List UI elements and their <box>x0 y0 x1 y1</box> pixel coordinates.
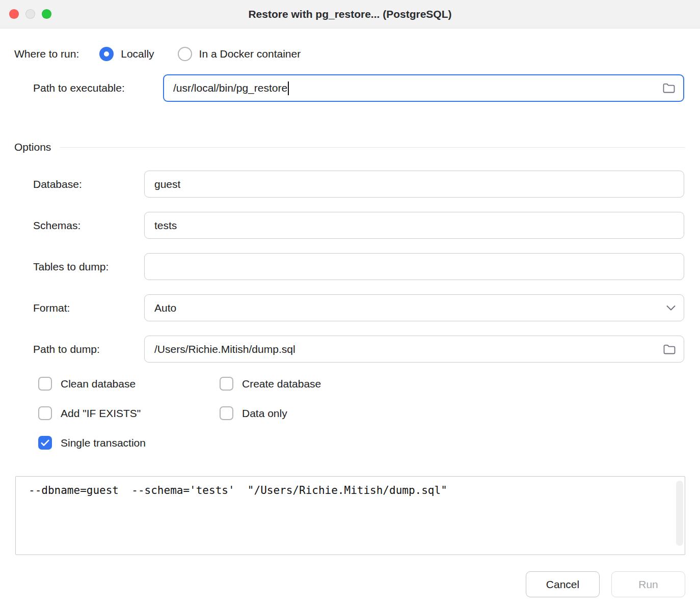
database-label: Database: <box>33 178 144 190</box>
titlebar: Restore with pg_restore... (PostgreSQL) <box>0 0 700 29</box>
path-to-executable-input[interactable]: /usr/local/bin/pg_restore <box>163 74 684 102</box>
schemas-input[interactable]: tests <box>144 212 684 239</box>
radio-label-docker: In a Docker container <box>199 48 301 60</box>
checkbox-icon <box>38 377 52 391</box>
database-input[interactable]: guest <box>144 171 684 198</box>
dialog-footer: Cancel Run <box>526 571 685 597</box>
vertical-scrollbar[interactable] <box>675 480 683 551</box>
checkbox-label: Create database <box>242 378 321 390</box>
folder-browse-icon[interactable] <box>663 344 676 354</box>
options-fields: Database: guest Schemas: tests Tables to… <box>33 171 684 363</box>
where-to-run-row: Where to run: Locally In a Docker contai… <box>14 44 700 64</box>
format-label: Format: <box>33 302 144 314</box>
command-preview-text: --dbname=guest --schema='tests' "/Users/… <box>16 477 685 496</box>
options-section-header: Options <box>14 139 685 155</box>
schemas-label: Schemas: <box>33 219 144 232</box>
options-section-title: Options <box>14 141 51 153</box>
radio-option-docker[interactable]: In a Docker container <box>178 47 301 61</box>
chevron-down-icon <box>666 305 676 311</box>
path-to-dump-label: Path to dump: <box>33 343 144 355</box>
folder-browse-icon[interactable] <box>663 83 675 93</box>
checkbox-icon <box>220 406 233 420</box>
restore-dialog: Restore with pg_restore... (PostgreSQL) … <box>0 0 700 609</box>
radio-icon-docker <box>178 47 192 61</box>
checkbox-create-database[interactable]: Create database <box>220 377 700 391</box>
checkbox-icon <box>38 436 52 450</box>
checkbox-clean-database[interactable]: Clean database <box>38 377 220 391</box>
section-divider <box>60 147 685 148</box>
cancel-button[interactable]: Cancel <box>526 571 600 597</box>
run-button[interactable]: Run <box>611 571 685 597</box>
checkbox-data-only[interactable]: Data only <box>220 406 700 420</box>
path-to-executable-value: /usr/local/bin/pg_restore <box>173 82 287 94</box>
tables-to-dump-row: Tables to dump: <box>33 253 684 280</box>
path-to-dump-input[interactable]: /Users/Richie.Mitish/dump.sql <box>144 336 684 363</box>
checkbox-label: Add "IF EXISTS" <box>61 407 141 420</box>
checkbox-add-if-exists[interactable]: Add "IF EXISTS" <box>38 406 220 420</box>
database-row: Database: guest <box>33 171 684 198</box>
path-to-executable-label: Path to executable: <box>33 82 163 94</box>
format-select[interactable]: Auto <box>144 294 684 321</box>
tables-to-dump-label: Tables to dump: <box>33 261 144 273</box>
where-to-run-label: Where to run: <box>14 48 79 60</box>
radio-icon-locally <box>99 47 114 61</box>
checkbox-grid: Clean database Create database Add "IF E… <box>38 377 700 450</box>
path-to-dump-row: Path to dump: /Users/Richie.Mitish/dump.… <box>33 336 684 363</box>
path-to-executable-row: Path to executable: /usr/local/bin/pg_re… <box>33 74 684 102</box>
path-to-dump-value: /Users/Richie.Mitish/dump.sql <box>154 343 295 355</box>
command-preview-box[interactable]: --dbname=guest --schema='tests' "/Users/… <box>15 476 685 555</box>
format-value: Auto <box>154 302 176 314</box>
checkbox-label: Single transaction <box>61 437 146 449</box>
radio-option-locally[interactable]: Locally <box>99 47 154 61</box>
text-caret <box>288 81 289 95</box>
radio-label-locally: Locally <box>121 48 154 60</box>
schemas-row: Schemas: tests <box>33 212 684 239</box>
schemas-value: tests <box>154 219 177 232</box>
scrollbar-thumb[interactable] <box>676 481 683 546</box>
checkbox-icon <box>38 406 52 420</box>
window-title: Restore with pg_restore... (PostgreSQL) <box>0 8 700 20</box>
checkbox-label: Clean database <box>61 378 136 390</box>
database-value: guest <box>154 178 180 190</box>
tables-to-dump-input[interactable] <box>144 253 684 280</box>
format-row: Format: Auto <box>33 294 684 321</box>
checkbox-icon <box>220 377 233 391</box>
checkbox-label: Data only <box>242 407 287 420</box>
checkbox-single-transaction[interactable]: Single transaction <box>38 436 700 450</box>
